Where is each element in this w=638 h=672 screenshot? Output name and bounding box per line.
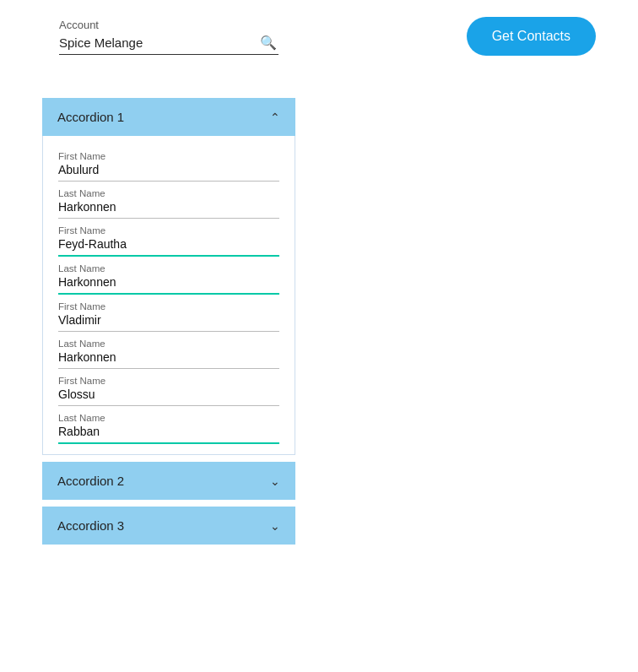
first-name-value-1: Feyd-Rautha: [58, 237, 279, 257]
first-name-value-3: Glossu: [58, 387, 279, 406]
field-group-first-1: First NameFeyd-Rautha: [58, 225, 279, 257]
accordion-2-chevron-down-icon: ⌄: [270, 474, 280, 488]
last-name-label-2: Last Name: [58, 339, 279, 349]
accordion-2-container: Accordion 2 ⌄: [42, 462, 295, 500]
account-input[interactable]: [59, 35, 258, 50]
accordion-3-container: Accordion 3 ⌄: [42, 507, 295, 545]
last-name-value-1: Harkonnen: [58, 275, 279, 295]
account-section: Account 🔍: [59, 19, 278, 55]
accordion-1-chevron-up-icon: ⌃: [270, 111, 280, 124]
accordion-1-title: Accordion 1: [57, 110, 124, 124]
first-name-label-1: First Name: [58, 225, 279, 236]
last-name-value-2: Harkonnen: [58, 350, 279, 369]
first-name-label-0: First Name: [58, 151, 279, 161]
search-icon: 🔍: [260, 35, 277, 50]
field-group-last-3: Last NameRabban: [58, 413, 279, 444]
field-group-last-1: Last NameHarkonnen: [58, 263, 279, 295]
search-button[interactable]: 🔍: [258, 35, 278, 51]
first-name-label-2: First Name: [58, 301, 279, 312]
first-name-value-0: Abulurd: [58, 163, 279, 182]
account-input-wrapper: 🔍: [59, 35, 278, 55]
accordion-1-header[interactable]: Accordion 1 ⌃: [42, 98, 295, 136]
field-group-first-2: First NameVladimir: [58, 301, 279, 332]
field-group-first-0: First NameAbulurd: [58, 151, 279, 182]
field-group-last-0: Last NameHarkonnen: [58, 188, 279, 219]
first-name-label-3: First Name: [58, 376, 279, 386]
last-name-value-3: Rabban: [58, 425, 279, 444]
first-name-value-2: Vladimir: [58, 313, 279, 332]
field-group-first-3: First NameGlossu: [58, 376, 279, 406]
accordion-3-title: Accordion 3: [57, 518, 124, 533]
account-label: Account: [59, 19, 278, 31]
accordion-3-header[interactable]: Accordion 3 ⌄: [42, 507, 295, 545]
last-name-label-3: Last Name: [58, 413, 279, 423]
accordion-1-body: First NameAbulurdLast NameHarkonnenFirst…: [42, 136, 295, 455]
accordion-1-container: Accordion 1 ⌃ First NameAbulurdLast Name…: [42, 98, 295, 545]
last-name-label-0: Last Name: [58, 188, 279, 198]
last-name-label-1: Last Name: [58, 263, 279, 274]
main-content: Accordion 1 ⌃ First NameAbulurdLast Name…: [0, 73, 638, 570]
accordion-2-title: Accordion 2: [57, 474, 124, 488]
accordion-3-chevron-down-icon: ⌄: [270, 519, 280, 533]
accordion-2-header[interactable]: Accordion 2 ⌄: [42, 462, 295, 500]
field-group-last-2: Last NameHarkonnen: [58, 339, 279, 369]
last-name-value-0: Harkonnen: [58, 200, 279, 219]
get-contacts-button[interactable]: Get Contacts: [467, 17, 596, 56]
header: Account 🔍 Get Contacts: [0, 0, 638, 73]
